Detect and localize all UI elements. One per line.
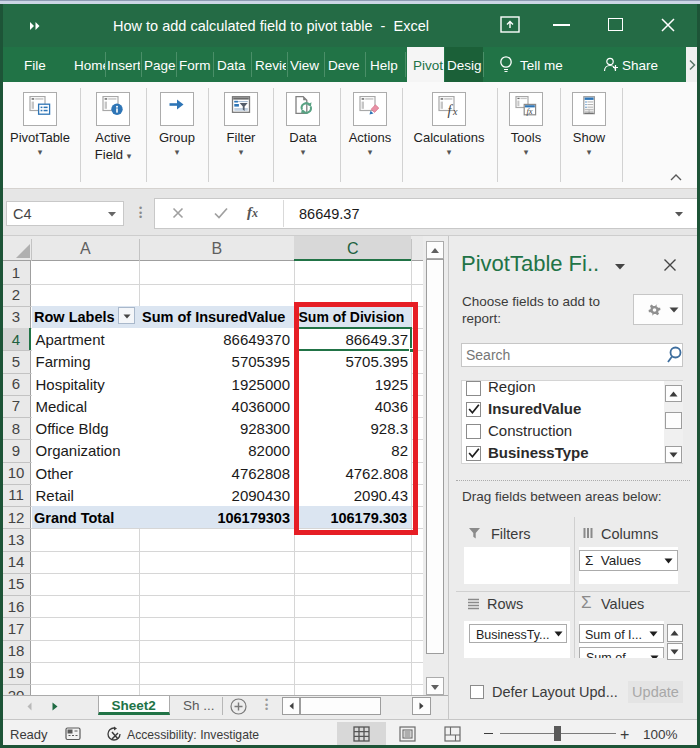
svg-text:fx: fx — [526, 105, 532, 115]
svg-text:x: x — [452, 105, 458, 116]
